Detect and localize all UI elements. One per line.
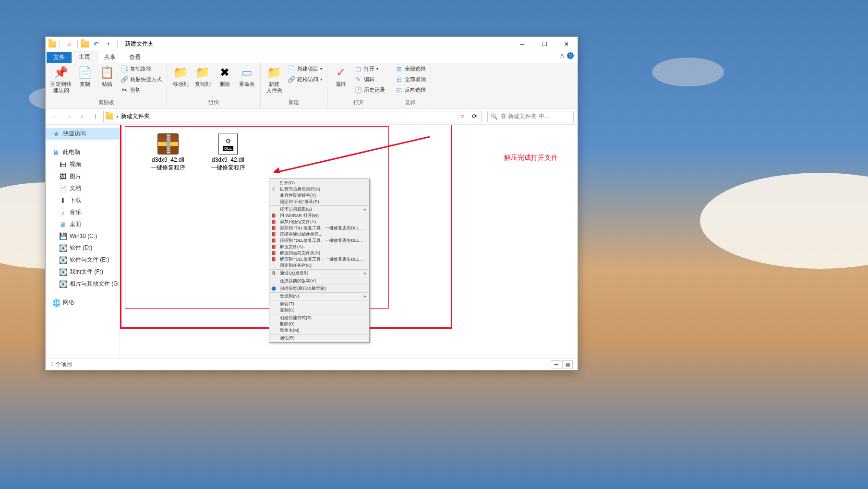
context-menu-item-label: 发送到(N) — [280, 293, 364, 299]
breadcrumb[interactable]: 新建文件夹 — [121, 112, 150, 120]
qat-dropdown[interactable]: ▾ — [103, 39, 114, 49]
edit-icon: ✎ — [354, 75, 362, 83]
context-menu-item[interactable]: 删除(D) — [269, 321, 369, 327]
context-menu-item[interactable]: 授予访问权限(G)▸ — [269, 206, 369, 213]
sidebar-downloads[interactable]: ⬇ 下载 — [46, 194, 120, 206]
ribbon-group-open: 打开 — [330, 99, 387, 107]
sidebar: ★ 快速访问 🖥 此电脑 🎞 视频 🖼 图片 📄 文档 ⬇ 下 — [46, 125, 120, 358]
move-to-button[interactable]: 📁 移动到 — [170, 64, 191, 88]
copy-to-button[interactable]: 📁 复制到 — [192, 64, 213, 88]
sidebar-network[interactable]: 🌐 网络 — [46, 297, 120, 309]
context-menu-item[interactable]: 重命名(M) — [269, 327, 369, 334]
delete-button[interactable]: ✖ 删除 — [214, 64, 235, 88]
qat-undo-icon[interactable]: ↶ — [91, 39, 101, 49]
context-menu-item[interactable]: 📕添加到压缩文件(A)... — [269, 219, 369, 225]
up-button[interactable]: ↑ — [90, 111, 101, 122]
copy-button[interactable]: 📄 复制 — [74, 64, 96, 88]
sidebar-drive-d[interactable]: 💽 软件 (D:) — [46, 242, 120, 254]
sidebar-desktop[interactable]: 🖥 桌面 — [46, 218, 120, 230]
select-all-button[interactable]: ⊞全部选择 — [393, 64, 428, 73]
qat-folder-icon[interactable] — [81, 41, 89, 48]
sidebar-pictures[interactable]: 🖼 图片 — [46, 170, 120, 182]
context-menu-item[interactable]: 📕解压文件(A)... — [269, 244, 369, 250]
pin-to-quick-access-button[interactable]: 📌 固定到快 速访问 — [48, 64, 73, 95]
file-item-exe[interactable]: ⚙ DLL d3dx9_42.dll 一键修复程序 — [204, 132, 252, 171]
file-item-rar[interactable]: d3dx9_42.dll 一键修复程序 — [144, 132, 192, 171]
sidebar-videos[interactable]: 🎞 视频 — [46, 158, 120, 170]
select-none-button[interactable]: ⊟全部取消 — [393, 74, 428, 84]
address-bar[interactable]: › 新建文件夹 v — [103, 111, 466, 122]
qat-checkbox[interactable]: ☑ — [63, 39, 74, 49]
context-menu-item[interactable]: 固定到任务栏(K) — [269, 262, 369, 269]
context-menu-item[interactable]: 打开(O) — [269, 180, 369, 186]
sidebar-documents[interactable]: 📄 文档 — [46, 182, 120, 194]
close-button[interactable]: ✕ — [555, 37, 578, 51]
paste-shortcut-button[interactable]: 🔗粘贴快捷方式 — [119, 74, 164, 84]
context-menu-item[interactable]: 📕压缩到 "DLL修复工具，一键修复丢失DLL文件.rar" 并通过邮件发送 — [269, 238, 369, 244]
tab-file[interactable]: 文件 — [47, 52, 72, 63]
context-menu-item[interactable]: 🐧通过QQ发送到▸ — [269, 270, 369, 276]
view-details-button[interactable]: ☰ — [551, 360, 561, 369]
context-menu-item[interactable]: 还原以前的版本(V) — [269, 278, 369, 284]
recent-dropdown[interactable]: v — [76, 111, 88, 122]
context-menu-item[interactable]: 🛡以管理员身份运行(A) — [269, 186, 369, 192]
ribbon-group-clipboard: 剪贴板 — [48, 99, 164, 107]
rename-button[interactable]: ▭ 重命名 — [236, 64, 257, 88]
context-menu-item[interactable]: 📕压缩并通过邮件发送... — [269, 231, 369, 238]
edit-button[interactable]: ✎编辑 — [352, 74, 387, 84]
sidebar-drive-g[interactable]: 💽 相片与其他文件 (G:) — [46, 278, 120, 290]
copy-path-button[interactable]: 📑复制路径 — [119, 64, 164, 73]
context-menu-item-icon: 📕 — [271, 214, 276, 218]
new-item-button[interactable]: 📄新建项目 ▾ — [286, 64, 324, 73]
context-menu-item[interactable]: 复制(C) — [269, 307, 369, 313]
ribbon-collapse-icon[interactable]: ᐱ — [560, 53, 564, 59]
minimize-button[interactable]: ─ — [511, 37, 533, 51]
context-menu-item-icon: 📕 — [271, 220, 276, 225]
context-menu-item[interactable]: 发送到(N)▸ — [269, 293, 369, 299]
maximize-button[interactable]: ☐ — [533, 37, 555, 51]
context-menu-item[interactable]: 兼容性疑难解答(Y) — [269, 192, 369, 199]
context-menu-item-icon: 📕 — [271, 239, 276, 243]
context-menu-item[interactable]: 📕用 WinRAR 打开(W) — [269, 213, 369, 219]
context-menu-item[interactable]: 📕解压到当前文件夹(X) — [269, 250, 369, 256]
refresh-button[interactable]: ⟳ — [468, 111, 482, 122]
sidebar-drive-e[interactable]: 💽 软件与文件 (E:) — [46, 254, 120, 266]
search-input[interactable]: 🔍 在 新建文件夹 中... — [487, 111, 574, 122]
forward-button[interactable]: → — [63, 111, 74, 122]
context-menu-separator — [270, 314, 368, 314]
context-menu-item[interactable]: 🔵扫描病毒(腾讯电脑管家) — [269, 286, 369, 292]
view-icons-button[interactable]: ▦ — [562, 360, 573, 369]
cut-button[interactable]: ✂剪切 — [119, 85, 164, 95]
path-icon: 📑 — [121, 65, 128, 72]
content-area[interactable]: d3dx9_42.dll 一键修复程序 ⚙ DLL d3dx9_42.dll 一… — [120, 125, 578, 358]
sidebar-drive-f[interactable]: 💽 我的文件 (F:) — [46, 266, 120, 278]
context-menu-item[interactable]: 📕添加到 "DLL修复工具，一键修复丢失DLL文件.rar"(T) — [269, 225, 369, 231]
open-button[interactable]: ▢打开 ▾ — [352, 64, 387, 73]
cloud-decoration — [652, 58, 724, 86]
address-dropdown[interactable]: v — [461, 114, 464, 119]
context-menu-item-label: 兼容性疑难解答(Y) — [280, 192, 366, 199]
invert-selection-button[interactable]: ◱反向选择 — [393, 85, 428, 95]
sidebar-music[interactable]: ♪ 音乐 — [46, 206, 120, 218]
tab-home[interactable]: 主页 — [72, 51, 97, 63]
context-menu-item[interactable]: 创建快捷方式(S) — [269, 315, 369, 321]
history-button[interactable]: 🕑历史记录 — [352, 85, 387, 95]
new-item-icon: 📄 — [288, 65, 295, 72]
context-menu-item[interactable]: 属性(R) — [269, 335, 369, 341]
sidebar-this-pc[interactable]: 🖥 此电脑 — [46, 146, 120, 158]
back-button[interactable]: ← — [49, 111, 61, 122]
tab-view[interactable]: 查看 — [122, 52, 147, 63]
context-menu-item[interactable]: 固定到"开始"屏幕(P) — [269, 199, 369, 205]
easy-access-button[interactable]: 🔗轻松访问 ▾ — [286, 74, 324, 84]
context-menu-item[interactable]: 剪切(T) — [269, 301, 369, 307]
help-icon[interactable]: ? — [567, 52, 574, 59]
dll-icon: ⚙ DLL — [218, 133, 238, 155]
tab-share[interactable]: 共享 — [97, 52, 122, 63]
properties-button[interactable]: ✓ 属性 — [330, 64, 351, 88]
paste-button[interactable]: 📋 粘贴 — [96, 64, 118, 88]
sidebar-drive-c[interactable]: 💾 Win10 (C:) — [46, 230, 120, 242]
context-menu: 打开(O)🛡以管理员身份运行(A)兼容性疑难解答(Y)固定到"开始"屏幕(P)授… — [269, 179, 370, 343]
context-menu-item[interactable]: 📕解压到 "DLL修复工具，一键修复丢失DLL文件\"(E) — [269, 256, 369, 262]
sidebar-quick-access[interactable]: ★ 快速访问 — [46, 128, 120, 140]
new-folder-button[interactable]: 📁 新建 文件夹 — [264, 64, 285, 95]
